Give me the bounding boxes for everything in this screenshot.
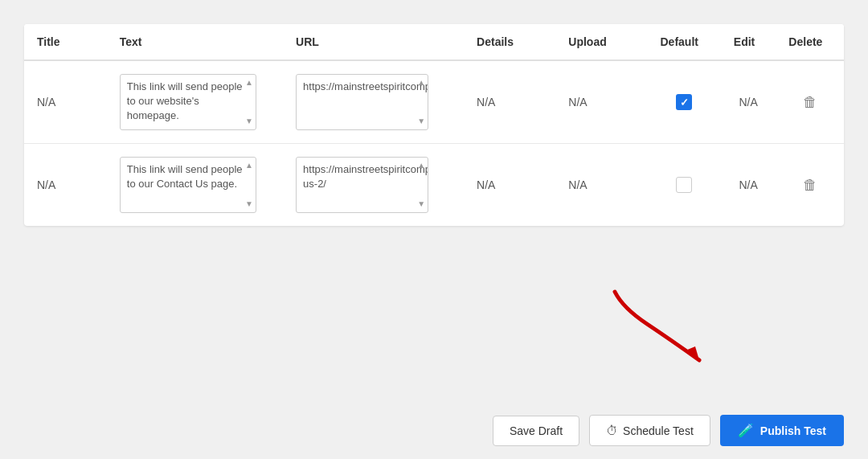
row1-delete-cell: 🗑	[776, 60, 844, 144]
col-header-upload: Upload	[555, 24, 647, 60]
scroll-up-icon[interactable]: ▲	[245, 77, 253, 88]
links-table-container: Title Text URL Details Upload Default Ed…	[24, 24, 844, 226]
row1-title: N/A	[24, 60, 107, 144]
col-header-default: Default	[647, 24, 720, 60]
row2-details: N/A	[464, 144, 555, 227]
table-row: N/A ▲ This link will send people to our …	[24, 144, 844, 227]
scroll-down-icon[interactable]: ▼	[245, 199, 253, 210]
row2-url: https://mainstreetspiritcompany.com/cont…	[303, 163, 428, 190]
row2-default-cell	[647, 144, 720, 227]
row1-text-scrollbox[interactable]: ▲ This link will send people to our webs…	[120, 74, 256, 130]
schedule-label: Schedule Test	[623, 424, 694, 437]
row1-url-scrollbox[interactable]: ▲ https://mainstreetspiritcompany.com/ ▼	[296, 74, 428, 130]
scroll-up-icon[interactable]: ▲	[245, 160, 253, 171]
schedule-test-button[interactable]: ⏱ Schedule Test	[589, 415, 710, 446]
links-table: Title Text URL Details Upload Default Ed…	[24, 24, 844, 226]
row1-edit: N/A	[721, 60, 776, 144]
scroll-up-icon[interactable]: ▲	[417, 77, 425, 88]
row2-checkbox-container	[660, 177, 707, 193]
row2-text-cell: ▲ This link will send people to our Cont…	[107, 144, 283, 227]
row1-url-cell: ▲ https://mainstreetspiritcompany.com/ ▼	[283, 60, 464, 144]
row1-text: This link will send people to our websit…	[127, 80, 243, 121]
row1-text-cell: ▲ This link will send people to our webs…	[107, 60, 283, 144]
row2-upload: N/A	[555, 144, 647, 227]
save-draft-button[interactable]: Save Draft	[493, 416, 579, 446]
col-header-edit: Edit	[721, 24, 776, 60]
col-header-title: Title	[24, 24, 107, 60]
row1-url: https://mainstreetspiritcompany.com/	[303, 80, 428, 92]
row2-default-checkbox[interactable]	[676, 177, 692, 193]
row2-text: This link will send people to our Contac…	[127, 163, 243, 190]
row2-text-scrollbox[interactable]: ▲ This link will send people to our Cont…	[120, 157, 256, 213]
row1-default-cell	[647, 60, 720, 144]
scroll-down-icon[interactable]: ▼	[417, 116, 425, 127]
clock-icon: ⏱	[606, 424, 618, 437]
table-row: N/A ▲ This link will send people to our …	[24, 60, 844, 144]
row2-title: N/A	[24, 144, 107, 227]
row1-details: N/A	[464, 60, 555, 144]
footer-wrapper: Save Draft ⏱ Schedule Test 🧪 Publish Tes…	[0, 402, 868, 459]
row2-delete-cell: 🗑	[776, 144, 844, 227]
row2-url-cell: ▲ https://mainstreetspiritcompany.com/co…	[283, 144, 464, 227]
col-header-delete: Delete	[776, 24, 844, 60]
col-header-text: Text	[107, 24, 283, 60]
col-header-url: URL	[283, 24, 464, 60]
flask-icon: 🧪	[738, 423, 754, 438]
scroll-down-icon[interactable]: ▼	[245, 116, 253, 127]
row2-delete-icon[interactable]: 🗑	[803, 177, 817, 193]
row1-default-checkbox[interactable]	[676, 94, 692, 110]
footer-actions: Save Draft ⏱ Schedule Test 🧪 Publish Tes…	[0, 402, 868, 459]
publish-label: Publish Test	[760, 424, 826, 437]
scroll-down-icon[interactable]: ▼	[417, 199, 425, 210]
row1-delete-icon[interactable]: 🗑	[803, 94, 817, 110]
row1-checkbox-container	[660, 94, 707, 110]
row2-url-scrollbox[interactable]: ▲ https://mainstreetspiritcompany.com/co…	[296, 157, 428, 213]
col-header-details: Details	[464, 24, 555, 60]
scroll-up-icon[interactable]: ▲	[417, 160, 425, 171]
row1-upload: N/A	[555, 60, 647, 144]
publish-test-button[interactable]: 🧪 Publish Test	[720, 415, 844, 446]
table-header-row: Title Text URL Details Upload Default Ed…	[24, 24, 844, 60]
row2-edit: N/A	[721, 144, 776, 227]
